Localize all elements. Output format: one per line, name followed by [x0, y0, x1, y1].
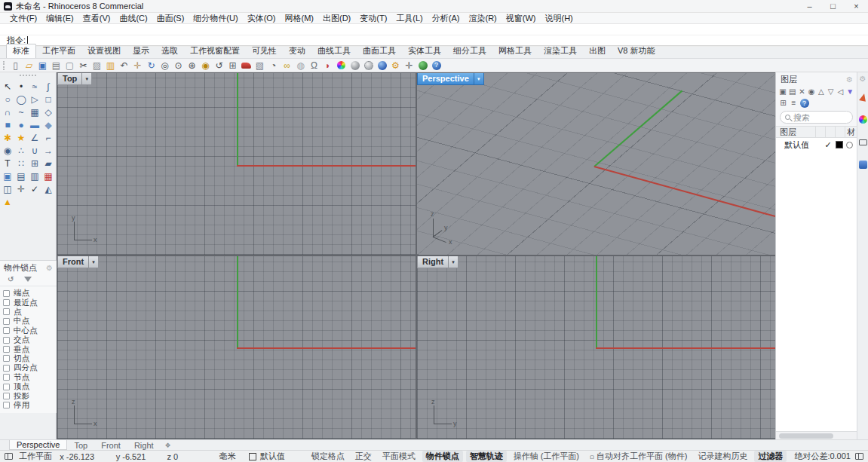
- menu-item[interactable]: 查看(V): [78, 13, 115, 23]
- plane-icon[interactable]: ◆: [42, 119, 55, 131]
- osnap-item[interactable]: 点: [3, 307, 57, 317]
- rotate-view-icon[interactable]: ↻: [145, 60, 158, 72]
- layer-row[interactable]: 默认值 ✓: [776, 138, 857, 151]
- command-history[interactable]: [0, 23, 868, 35]
- sidebar-grip[interactable]: [20, 75, 36, 79]
- boolean-flash-icon[interactable]: ★: [15, 132, 28, 144]
- block-icon[interactable]: ▦: [42, 170, 55, 182]
- chevron-down-icon[interactable]: ▾: [474, 73, 484, 85]
- status-toggle[interactable]: 自动对齐工作平面 (物件): [586, 451, 691, 462]
- boolean-union-icon[interactable]: ◉: [2, 145, 14, 157]
- panel-help-icon[interactable]: ?: [799, 98, 809, 108]
- layer-material-icon[interactable]: [846, 142, 853, 148]
- toolbar-tab[interactable]: 工作平面: [36, 44, 81, 58]
- scrollbar-thumb[interactable]: [779, 433, 833, 439]
- zoom-extents-icon[interactable]: ⊕: [186, 60, 198, 72]
- osnap-item[interactable]: 垂点: [3, 344, 57, 353]
- polyline-icon[interactable]: ▷: [29, 93, 41, 106]
- layers-hscrollbar[interactable]: [776, 431, 857, 439]
- menu-item[interactable]: 视窗(W): [501, 13, 541, 23]
- viewport-perspective[interactable]: Perspective ▾ z y x: [417, 73, 775, 255]
- zoom-dynamic-icon[interactable]: ◎: [158, 60, 171, 72]
- copy-icon[interactable]: ▨: [90, 60, 103, 72]
- shaded-mode-icon[interactable]: ◗: [321, 60, 334, 72]
- osnap-item[interactable]: 顶点: [3, 382, 57, 391]
- layer-name[interactable]: 默认值: [776, 139, 822, 151]
- chamfer-icon[interactable]: ⌐: [42, 132, 55, 144]
- web-tab-icon[interactable]: ■: [858, 160, 868, 170]
- toolbar-tab[interactable]: 曲面工具: [357, 44, 402, 58]
- layer-search-box[interactable]: [780, 111, 853, 124]
- curve-points-icon[interactable]: ≈: [29, 81, 41, 93]
- viewport-title[interactable]: Front: [57, 256, 89, 268]
- snap-toggle-icon[interactable]: ↺: [8, 275, 14, 283]
- osnap-checkbox[interactable]: [3, 299, 10, 306]
- menu-item[interactable]: 变动(T): [355, 13, 391, 23]
- gumball-icon[interactable]: ✛: [403, 60, 416, 72]
- viewport-right-tab[interactable]: Right ▾: [417, 256, 459, 268]
- toolbar-tab[interactable]: 标准: [6, 44, 36, 58]
- filter-icon[interactable]: ▼: [845, 87, 854, 96]
- monitor-tab-icon[interactable]: ▬: [858, 137, 868, 147]
- lock-icon[interactable]: Ω: [308, 60, 321, 72]
- osnap-item[interactable]: 最近点: [3, 298, 57, 307]
- toolbar-tab[interactable]: 渲染工具: [538, 44, 583, 58]
- status-toggle[interactable]: 记录建构历史: [694, 451, 751, 462]
- toolbar-tab[interactable]: 工作视窗配置: [184, 44, 246, 58]
- osnap-checkbox[interactable]: [3, 384, 10, 390]
- undo-icon[interactable]: ↶: [118, 60, 130, 72]
- open-file-icon[interactable]: ▱: [23, 60, 35, 72]
- status-toggle[interactable]: 操作轴 (工作平面): [510, 451, 583, 462]
- pane-toggle-icon[interactable]: [855, 453, 863, 460]
- osnap-item[interactable]: 投影: [3, 391, 57, 400]
- link-icon[interactable]: ∞: [281, 60, 293, 72]
- toolbar-tab[interactable]: 细分工具: [447, 44, 492, 58]
- osnap-item[interactable]: 停用: [3, 401, 57, 410]
- render-icon[interactable]: ◆: [240, 60, 253, 72]
- wireframe-sphere-icon[interactable]: ◍: [362, 60, 375, 72]
- toolbar-tab[interactable]: 出图: [583, 44, 612, 58]
- toolbar-grip[interactable]: [3, 61, 7, 70]
- circle-icon[interactable]: ○: [2, 93, 14, 106]
- menu-item[interactable]: 曲线(C): [115, 13, 152, 23]
- menu-item[interactable]: 说明(H): [540, 13, 577, 23]
- menu-item[interactable]: 工具(L): [391, 13, 427, 23]
- viewport-right[interactable]: Right ▾ z y: [417, 256, 775, 439]
- surface-sheet-icon[interactable]: ◇: [42, 106, 55, 118]
- gear-icon[interactable]: ⚙: [860, 75, 866, 83]
- list-view-icon[interactable]: ≡: [789, 98, 799, 108]
- text-icon[interactable]: T: [2, 158, 14, 170]
- freeform-curve-icon[interactable]: ~: [15, 106, 28, 118]
- osnap-checkbox[interactable]: [3, 318, 10, 325]
- solid-tools-icon[interactable]: ▣: [2, 170, 14, 182]
- grid-array-icon[interactable]: ▥: [29, 170, 41, 182]
- osnap-item[interactable]: 中点: [3, 317, 57, 326]
- menu-item[interactable]: 分析(A): [428, 13, 465, 23]
- new-file-icon[interactable]: ▯: [9, 60, 22, 72]
- history-icon[interactable]: ◔: [267, 60, 280, 72]
- menu-item[interactable]: 渲染(R): [464, 13, 501, 23]
- status-toggle[interactable]: 平面模式: [379, 451, 419, 462]
- new-sublayer-icon[interactable]: ▤: [788, 87, 797, 96]
- delete-layer-icon[interactable]: ✕: [798, 87, 807, 96]
- osnap-checkbox[interactable]: [3, 365, 10, 372]
- pan-icon[interactable]: ✛: [131, 60, 144, 72]
- osnap-checkbox[interactable]: [3, 355, 10, 362]
- osnap-checkbox[interactable]: [3, 374, 10, 381]
- snap-filter-icon[interactable]: [24, 277, 32, 282]
- edit-points-icon[interactable]: ∷: [15, 158, 28, 170]
- toolbar-tab[interactable]: 曲线工具: [311, 44, 357, 58]
- point-icon[interactable]: •: [15, 81, 28, 93]
- lamp-icon[interactable]: ◍: [294, 60, 307, 72]
- viewport-title[interactable]: Top: [57, 73, 82, 85]
- status-toggle[interactable]: 正交: [351, 451, 376, 462]
- viewport-perspective-tab[interactable]: Perspective ▾: [417, 73, 484, 85]
- chevron-down-icon[interactable]: ▾: [89, 256, 99, 268]
- print-icon[interactable]: ▤: [50, 60, 63, 72]
- column-material[interactable]: 材: [845, 127, 857, 138]
- gear-icon[interactable]: ⚙: [389, 60, 402, 72]
- toolbar-tab[interactable]: 网格工具: [492, 44, 538, 58]
- toolbar-tab[interactable]: 选取: [155, 44, 184, 58]
- units-menu[interactable]: 毫米: [207, 451, 249, 462]
- viewport-tab[interactable]: Front: [94, 440, 127, 450]
